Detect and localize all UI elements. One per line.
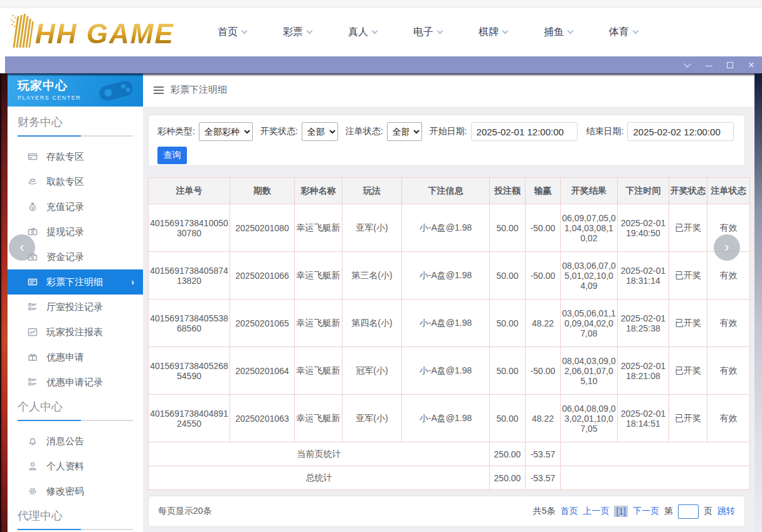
filter-row: 彩种类型: 全部彩种 开奖状态: 全部 注单状态: 全部 开始日期: 结束日期: <box>157 122 736 141</box>
pagination-controls: 共5条 首页 上一页 [1] 下一页 第 页 跳转 <box>533 504 735 519</box>
nav-item-home[interactable]: 首页 <box>199 26 265 39</box>
sidebar-item-hall-bet-record[interactable]: 厅室投注记录 <box>8 295 143 320</box>
window-minimize-icon[interactable] <box>704 61 713 70</box>
window-close-icon[interactable]: × <box>747 61 756 70</box>
sidebar-item-change-password[interactable]: 修改密码 <box>8 479 143 504</box>
browser-edge-strip <box>0 0 762 8</box>
menu-toggle-icon[interactable] <box>154 86 164 94</box>
players-center-header: 玩家中心 PLAYERS CENTER <box>8 73 143 107</box>
nav-item-cards[interactable]: 棋牌 <box>460 26 526 39</box>
sidebar-item-lottery-bet-detail[interactable]: 彩票下注明细 › <box>8 269 143 295</box>
window-titlebar: × <box>5 56 762 73</box>
section-underline <box>18 529 133 530</box>
lottery-type-select[interactable]: 全部彩种 <box>199 122 253 141</box>
hall-record-icon <box>28 302 38 312</box>
section-title: 个人中心 <box>18 399 133 415</box>
page-size-text: 每页显示20条 <box>158 506 212 517</box>
col-order-id: 注单号 <box>149 178 230 204</box>
start-date-input[interactable] <box>471 122 578 141</box>
gear-icon <box>28 486 38 496</box>
nav-item-sports[interactable]: 体育 <box>591 26 656 39</box>
sidebar-item-messages[interactable]: 消息公告 <box>8 429 143 454</box>
promo-record-icon <box>28 377 38 387</box>
sidebar-item-deposit[interactable]: 存款专区 <box>8 144 143 169</box>
bet-detail-table: 注单号 期数 彩种名称 玩法 下注信息 投注额 输赢 开奖结果 下注时间 开奖状… <box>148 177 750 490</box>
end-date-label: 结束日期: <box>586 126 624 137</box>
withdraw-hand-icon <box>28 177 38 187</box>
page-background-left <box>0 73 8 532</box>
page-summary-empty <box>561 442 750 466</box>
site-header: HH GAME 首页 彩票 真人 电子 棋牌 捕鱼 体育 <box>0 0 762 56</box>
nav-item-fishing[interactable]: 捕鱼 <box>526 26 591 39</box>
chevron-down-icon <box>437 28 443 34</box>
chevron-down-icon <box>372 28 378 34</box>
order-status-select[interactable]: 全部 <box>387 122 422 141</box>
chevron-down-icon <box>307 28 313 34</box>
draw-status-label: 开奖状态: <box>260 126 298 137</box>
current-page-badge: [1] <box>614 506 628 517</box>
start-date-label: 开始日期: <box>430 126 467 137</box>
chevron-down-icon <box>241 28 248 34</box>
jump-suffix: 页 <box>704 506 712 517</box>
col-amount: 投注额 <box>490 178 526 204</box>
sidebar-collapse-button[interactable]: ‹ <box>9 234 35 261</box>
chevron-right-icon: › <box>131 277 134 287</box>
app-window: 玩家中心 PLAYERS CENTER 财务中心 存款专区 取款专区 <box>8 73 754 532</box>
total-summary-row: 总统计 250.00 -53.57 <box>149 466 750 490</box>
sidebar-item-promo-record[interactable]: 优惠申请记录 <box>8 370 143 395</box>
report-chart-icon <box>28 327 38 337</box>
table-row: 401569173840587413820 20250201066 幸运飞艇新 … <box>149 252 750 300</box>
nav-item-live[interactable]: 真人 <box>330 26 395 39</box>
sidebar-item-promo-apply[interactable]: 优惠申请 <box>8 345 143 370</box>
brand-logo[interactable]: HH GAME <box>10 14 174 48</box>
jump-page-input[interactable] <box>678 504 699 519</box>
section-personal-center: 个人中心 <box>8 395 143 421</box>
total-summary-amount: 250.00 <box>490 466 526 490</box>
table-header-row: 注单号 期数 彩种名称 玩法 下注信息 投注额 输赢 开奖结果 下注时间 开奖状… <box>149 178 750 204</box>
logo-text: HH GAME <box>35 20 174 48</box>
end-date-input[interactable] <box>627 122 734 141</box>
search-button[interactable]: 查询 <box>157 147 187 164</box>
jump-button[interactable]: 跳转 <box>717 506 735 517</box>
chevron-down-icon <box>502 28 509 34</box>
window-maximize-icon[interactable] <box>726 61 734 70</box>
main-nav: 首页 彩票 真人 电子 棋牌 捕鱼 体育 <box>199 8 656 56</box>
sidebar-item-withdraw[interactable]: 取款专区 <box>8 169 143 194</box>
total-summary-empty <box>561 466 750 490</box>
prev-page-link[interactable]: 上一页 <box>583 506 609 517</box>
breadcrumb: 彩票下注明细 <box>143 73 754 107</box>
order-status-label: 注单状态: <box>346 126 383 137</box>
col-draw-status: 开奖状态 <box>669 178 707 204</box>
first-page-link[interactable]: 首页 <box>560 506 578 517</box>
total-count: 共5条 <box>533 506 556 517</box>
personal-items: 消息公告 个人资料 修改密码 <box>8 421 143 504</box>
sidebar-item-profile[interactable]: 个人资料 <box>8 454 143 479</box>
draw-status-select[interactable]: 全部 <box>302 122 338 141</box>
table-row: 401569173840526854590 20250201064 幸运飞艇新 … <box>149 347 750 395</box>
bank-card-icon <box>28 152 38 162</box>
sidebar-item-player-bet-report[interactable]: 玩家投注报表 <box>8 320 143 345</box>
pagination: 每页显示20条 共5条 首页 上一页 [1] 下一页 第 页 跳转 <box>148 496 745 527</box>
page-summary-amount: 250.00 <box>490 442 526 466</box>
page-title: 彩票下注明细 <box>171 84 227 96</box>
money-bag-icon <box>28 202 38 212</box>
window-collapse-icon[interactable] <box>683 61 692 70</box>
sidebar-item-recharge-record[interactable]: 充值记录 <box>8 194 143 219</box>
col-order-status: 注单状态 <box>707 178 750 204</box>
next-page-link[interactable]: 下一页 <box>633 506 659 517</box>
person-icon <box>28 461 38 471</box>
table-scroll-next-button[interactable]: › <box>714 234 740 261</box>
section-finance-center: 财务中心 <box>8 107 143 137</box>
wallet-icon <box>28 227 38 237</box>
main-content: 彩票下注明细 彩种类型: 全部彩种 开奖状态: 全部 注单状态: 全部 开始日期… <box>143 73 754 532</box>
bell-icon <box>28 436 38 446</box>
nav-item-slots[interactable]: 电子 <box>395 26 460 39</box>
col-period: 期数 <box>230 178 295 204</box>
jump-prefix: 第 <box>664 506 673 517</box>
total-summary-winloss: -53.57 <box>526 466 561 490</box>
nav-item-lottery[interactable]: 彩票 <box>265 26 330 39</box>
table-row: 401569173841005030780 20250201080 幸运飞艇新 … <box>149 204 750 252</box>
section-agent-center: 代理中心 <box>8 504 143 530</box>
logo-stripes-icon <box>10 14 35 48</box>
chevron-down-icon <box>568 28 574 34</box>
